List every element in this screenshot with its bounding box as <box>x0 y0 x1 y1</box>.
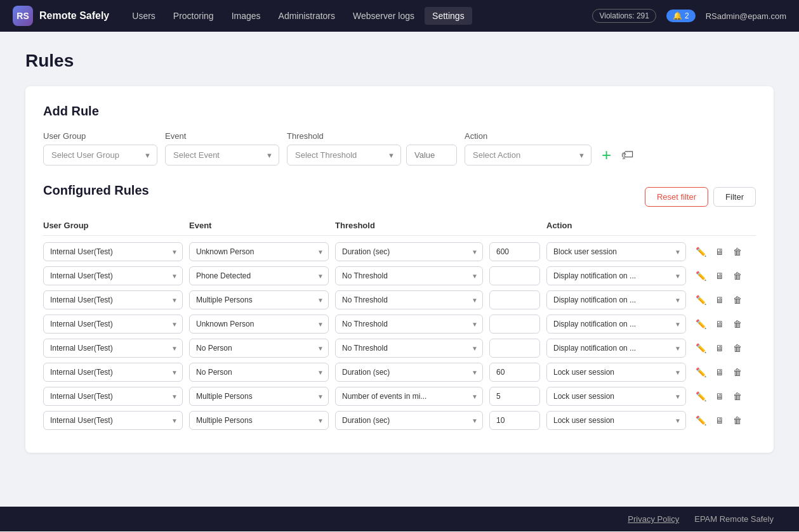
brand: RS Remote Safely <box>13 6 109 26</box>
row-value-6[interactable] <box>489 387 540 406</box>
row-action-1[interactable]: Display notification on ... <box>546 266 686 285</box>
delete-button-3[interactable]: 🗑 <box>730 316 745 332</box>
edit-button-0[interactable]: ✏️ <box>692 244 710 259</box>
row-event-1[interactable]: Phone Detected <box>189 266 329 285</box>
delete-button-6[interactable]: 🗑 <box>730 389 745 404</box>
nav-right: Violations: 291 🔔 2 RSadmin@epam.com <box>592 9 786 23</box>
edit-button-6[interactable]: ✏️ <box>692 389 710 404</box>
add-rule-form: User Group Select User Group ▼ Event Sel… <box>43 131 756 165</box>
row-threshold-1[interactable]: No Threshold <box>335 266 483 285</box>
row-value-wrap-1 <box>489 266 540 285</box>
edit-button-4[interactable]: ✏️ <box>692 341 710 356</box>
nav-proctoring[interactable]: Proctoring <box>166 7 221 25</box>
threshold-select[interactable]: Select Threshold <box>287 145 401 165</box>
delete-button-2[interactable]: 🗑 <box>730 292 745 308</box>
user-group-group: User Group Select User Group ▼ <box>43 131 157 165</box>
row-user-group-3[interactable]: Internal User(Test) <box>43 315 183 334</box>
row-action-7[interactable]: Lock user session <box>546 411 686 430</box>
row-value-1[interactable] <box>489 266 540 285</box>
edit-button-2[interactable]: ✏️ <box>692 292 710 308</box>
nav-settings[interactable]: Settings <box>425 7 472 25</box>
add-rule-button[interactable]: + <box>599 145 614 164</box>
delete-button-4[interactable]: 🗑 <box>730 341 745 356</box>
threshold-value-input[interactable] <box>406 145 457 165</box>
filter-button[interactable]: Filter <box>713 187 756 207</box>
copy-button-7[interactable]: 🖥 <box>712 413 727 428</box>
copy-button-3[interactable]: 🖥 <box>712 316 727 332</box>
row-value-wrap-0 <box>489 242 540 261</box>
brand-icon: RS <box>13 6 33 26</box>
row-user-group-5[interactable]: Internal User(Test) <box>43 363 183 382</box>
edit-button-7[interactable]: ✏️ <box>692 413 710 428</box>
row-user-group-4[interactable]: Internal User(Test) <box>43 339 183 358</box>
row-action-4[interactable]: Display notification on ... <box>546 339 686 358</box>
row-value-2[interactable] <box>489 290 540 309</box>
notification-badge[interactable]: 🔔 2 <box>666 10 696 22</box>
row-threshold-2[interactable]: No Threshold <box>335 290 483 309</box>
row-action-2[interactable]: Display notification on ... <box>546 290 686 309</box>
copy-button-0[interactable]: 🖥 <box>712 244 727 259</box>
nav-administrators[interactable]: Administrators <box>271 7 343 25</box>
row-event-0[interactable]: Unknown Person <box>189 242 329 261</box>
row-event-wrap-3: Unknown Person ▼ <box>189 315 329 334</box>
user-group-select[interactable]: Select User Group <box>43 145 157 165</box>
erase-button[interactable]: 🏷 <box>619 146 637 164</box>
copy-button-2[interactable]: 🖥 <box>712 292 727 308</box>
row-threshold-7[interactable]: Duration (sec) <box>335 411 483 430</box>
delete-button-0[interactable]: 🗑 <box>730 244 745 259</box>
row-user-group-1[interactable]: Internal User(Test) <box>43 266 183 285</box>
row-event-2[interactable]: Multiple Persons <box>189 290 329 309</box>
copy-button-6[interactable]: 🖥 <box>712 389 727 404</box>
row-event-5[interactable]: No Person <box>189 363 329 382</box>
row-event-7[interactable]: Multiple Persons <box>189 411 329 430</box>
action-label: Action <box>465 131 591 141</box>
delete-button-7[interactable]: 🗑 <box>730 413 745 428</box>
row-action-0[interactable]: Block user session <box>546 242 686 261</box>
row-value-4[interactable] <box>489 339 540 358</box>
row-user-group-wrap-3: Internal User(Test) ▼ <box>43 315 183 334</box>
edit-button-1[interactable]: ✏️ <box>692 268 710 283</box>
row-event-wrap-2: Multiple Persons ▼ <box>189 290 329 309</box>
row-user-group-6[interactable]: Internal User(Test) <box>43 387 183 406</box>
row-user-group-7[interactable]: Internal User(Test) <box>43 411 183 430</box>
page-title: Rules <box>25 51 774 71</box>
row-threshold-4[interactable]: No Threshold <box>335 339 483 358</box>
row-threshold-0[interactable]: Duration (sec) <box>335 242 483 261</box>
edit-button-5[interactable]: ✏️ <box>692 365 710 380</box>
row-event-4[interactable]: No Person <box>189 339 329 358</box>
row-value-0[interactable] <box>489 242 540 261</box>
copy-button-5[interactable]: 🖥 <box>712 365 727 380</box>
nav-images[interactable]: Images <box>224 7 268 25</box>
reset-filter-button[interactable]: Reset filter <box>645 187 708 207</box>
threshold-select-wrap: Select Threshold ▼ <box>287 145 401 165</box>
action-select[interactable]: Select Action <box>465 145 591 165</box>
row-threshold-3[interactable]: No Threshold <box>335 315 483 334</box>
row-threshold-6[interactable]: Number of events in mi... <box>335 387 483 406</box>
nav-webserver-logs[interactable]: Webserver logs <box>345 7 422 25</box>
row-event-wrap-6: Multiple Persons ▼ <box>189 387 329 406</box>
row-user-group-0[interactable]: Internal User(Test) <box>43 242 183 261</box>
row-threshold-5[interactable]: Duration (sec) <box>335 363 483 382</box>
row-actions-0: ✏️ 🖥 🗑 <box>692 244 756 259</box>
row-action-5[interactable]: Lock user session <box>546 363 686 382</box>
row-user-group-2[interactable]: Internal User(Test) <box>43 290 183 309</box>
copy-button-4[interactable]: 🖥 <box>712 341 727 356</box>
user-menu[interactable]: RSadmin@epam.com <box>706 11 786 21</box>
delete-button-5[interactable]: 🗑 <box>730 365 745 380</box>
event-select[interactable]: Select Event <box>165 145 279 165</box>
row-value-7[interactable] <box>489 411 540 430</box>
privacy-policy-link[interactable]: Privacy Policy <box>628 514 679 524</box>
row-event-3[interactable]: Unknown Person <box>189 315 329 334</box>
copy-button-1[interactable]: 🖥 <box>712 268 727 283</box>
row-value-wrap-6 <box>489 387 540 406</box>
row-action-6[interactable]: Lock user session <box>546 387 686 406</box>
row-value-wrap-4 <box>489 339 540 358</box>
row-value-3[interactable] <box>489 315 540 334</box>
row-event-6[interactable]: Multiple Persons <box>189 387 329 406</box>
nav-users[interactable]: Users <box>124 7 163 25</box>
threshold-label: Threshold <box>287 131 457 141</box>
row-value-5[interactable] <box>489 363 540 382</box>
edit-button-3[interactable]: ✏️ <box>692 316 710 332</box>
row-action-3[interactable]: Display notification on ... <box>546 315 686 334</box>
delete-button-1[interactable]: 🗑 <box>730 268 745 283</box>
